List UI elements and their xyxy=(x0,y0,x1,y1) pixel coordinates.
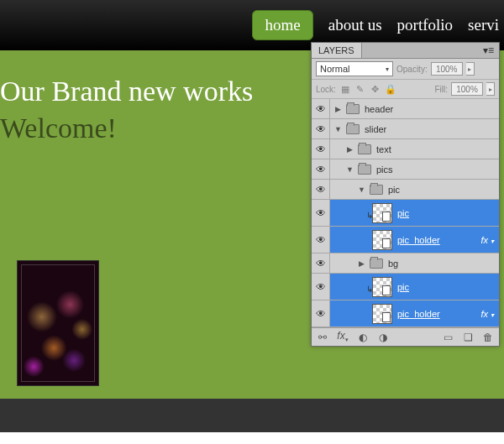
folder-icon xyxy=(358,144,371,154)
fill-value[interactable]: 100% xyxy=(451,82,483,96)
layer-row-0[interactable]: 👁▶header xyxy=(312,99,499,119)
layers-panel: LAYERS ▾≡ Normal▾ Opacity: 100%▸ Lock: ▦… xyxy=(311,42,500,347)
layer-name-label: pics xyxy=(375,165,393,175)
layer-row-3[interactable]: 👁▼pics xyxy=(312,159,499,180)
layer-name-label: pic xyxy=(396,208,409,218)
opacity-value[interactable]: 100% xyxy=(431,62,463,76)
visibility-toggle[interactable]: 👁 xyxy=(312,300,330,326)
new-layer-icon[interactable]: ❏ xyxy=(462,332,474,343)
opacity-caret[interactable]: ▸ xyxy=(466,62,475,76)
folder-icon xyxy=(346,104,360,114)
visibility-toggle[interactable]: 👁 xyxy=(312,227,330,253)
mask-icon[interactable]: ◐ xyxy=(357,332,369,343)
layer-name-label: text xyxy=(375,144,391,154)
lock-transparent-icon[interactable]: ▦ xyxy=(339,83,351,95)
layer-row-1[interactable]: 👁▼slider xyxy=(312,119,499,139)
fx-badge[interactable]: fx ▾ xyxy=(480,235,494,245)
visibility-toggle[interactable]: 👁 xyxy=(312,159,330,179)
nav-about[interactable]: about us xyxy=(328,16,382,34)
layer-thumbnail: ↳ xyxy=(372,203,392,223)
layer-row-2[interactable]: 👁▶text xyxy=(312,139,499,159)
panel-menu-icon[interactable]: ▾≡ xyxy=(478,43,499,58)
visibility-toggle[interactable]: 👁 xyxy=(312,200,330,226)
blend-mode-select[interactable]: Normal▾ xyxy=(316,61,393,76)
opacity-label: Opacity: xyxy=(396,65,428,74)
group-icon[interactable]: ▭ xyxy=(442,332,454,343)
watermark: PS教程论坛 BBS. 16XX8. CO xyxy=(0,432,504,444)
chevron-right-icon[interactable]: ▶ xyxy=(357,259,366,268)
chevron-down-icon[interactable]: ▼ xyxy=(345,165,354,174)
visibility-toggle[interactable]: 👁 xyxy=(312,99,330,118)
panel-footer: ⚯ fx▾ ◐ ◑ ▭ ❏ 🗑 xyxy=(312,327,499,346)
layer-name-label: pic_holder xyxy=(396,309,440,319)
chevron-down-icon[interactable]: ▼ xyxy=(357,185,366,194)
chevron-down-icon[interactable]: ▼ xyxy=(333,125,343,133)
nav-services[interactable]: servi xyxy=(468,16,499,34)
layers-tab[interactable]: LAYERS xyxy=(312,43,362,58)
panel-tabs: LAYERS ▾≡ xyxy=(312,43,499,59)
lock-label: Lock: xyxy=(316,85,336,94)
fx-icon[interactable]: fx▾ xyxy=(337,330,349,343)
lock-icons: ▦ ✎ ✥ 🔒 xyxy=(339,83,396,95)
fill-caret[interactable]: ▸ xyxy=(486,82,495,96)
layer-list: 👁▶header👁▼slider👁▶text👁▼pics👁▼pic👁↳pic👁p… xyxy=(312,99,499,327)
folder-icon xyxy=(370,185,383,195)
fill-label: Fill: xyxy=(434,85,448,94)
layer-thumbnail xyxy=(372,304,392,324)
lock-position-icon[interactable]: ✥ xyxy=(370,83,381,95)
visibility-toggle[interactable]: 👁 xyxy=(312,119,330,138)
adjustment-icon[interactable]: ◑ xyxy=(377,332,389,343)
trash-icon[interactable]: 🗑 xyxy=(482,332,494,343)
footer-bar xyxy=(0,399,504,432)
folder-icon xyxy=(370,259,383,269)
folder-icon xyxy=(358,165,371,175)
layer-row-9[interactable]: 👁pic_holderfx ▾ xyxy=(312,300,499,327)
layer-row-8[interactable]: 👁↳pic xyxy=(312,274,499,300)
nav-portfolio[interactable]: portfolio xyxy=(397,16,454,34)
visibility-toggle[interactable]: 👁 xyxy=(312,180,330,199)
layer-name-label: pic xyxy=(396,282,409,292)
visibility-toggle[interactable]: 👁 xyxy=(312,253,330,273)
layer-row-4[interactable]: 👁▼pic xyxy=(312,180,499,200)
hero-subtitle: Welcome! xyxy=(0,112,311,144)
nav-home[interactable]: home xyxy=(252,10,312,40)
bokeh-thumbnail xyxy=(17,260,99,386)
lock-all-icon[interactable]: 🔒 xyxy=(385,83,396,95)
layer-row-6[interactable]: 👁pic_holderfx ▾ xyxy=(312,227,499,253)
lock-pixels-icon[interactable]: ✎ xyxy=(354,83,366,95)
fx-badge[interactable]: fx ▾ xyxy=(480,309,494,319)
visibility-toggle[interactable]: 👁 xyxy=(312,274,330,300)
layer-row-7[interactable]: 👁▶bg xyxy=(312,253,499,274)
chevron-right-icon[interactable]: ▶ xyxy=(333,105,343,113)
folder-icon xyxy=(346,124,360,134)
layer-name-label: pic xyxy=(386,185,400,195)
layer-name-label: header xyxy=(363,104,393,114)
chevron-right-icon[interactable]: ▶ xyxy=(345,145,354,154)
layer-thumbnail xyxy=(372,230,392,250)
link-layers-icon[interactable]: ⚯ xyxy=(317,332,328,343)
layer-row-5[interactable]: 👁↳pic xyxy=(312,200,499,227)
layer-name-label: bg xyxy=(386,259,398,269)
layer-name-label: slider xyxy=(363,124,386,134)
layer-name-label: pic_holder xyxy=(396,235,440,245)
layer-thumbnail: ↳ xyxy=(372,277,392,297)
hero-title: Our Brand new works xyxy=(0,76,311,107)
visibility-toggle[interactable]: 👁 xyxy=(312,139,330,159)
